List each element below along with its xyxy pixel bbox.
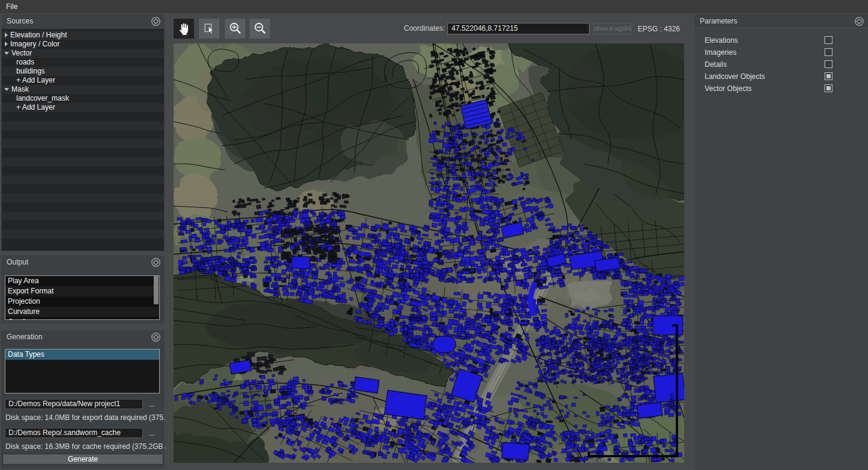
- svg-text:750m: 750m: [612, 448, 629, 455]
- svg-text:760m: 760m: [668, 393, 675, 410]
